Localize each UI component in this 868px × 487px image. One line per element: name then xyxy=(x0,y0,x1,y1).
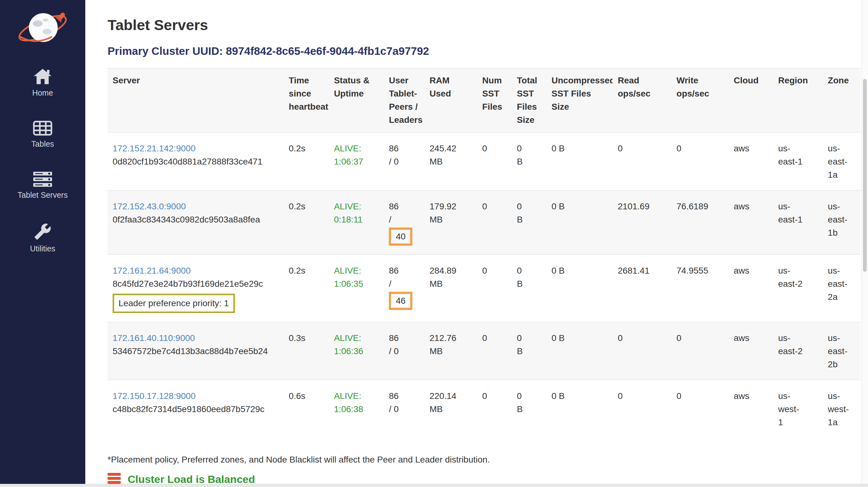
window-bottom-edge xyxy=(0,484,868,487)
status-uptime: 1:06:35 xyxy=(334,277,379,291)
cell-read-ops: 0 xyxy=(613,380,671,438)
cell-write-ops: 0 xyxy=(671,322,728,380)
peers-count: 86 xyxy=(389,264,420,277)
cell-uncompressed-sst-files-size: 0 B xyxy=(547,255,613,322)
cell-time-since-heartbeat: 0.2s xyxy=(284,133,329,191)
cell-region: us-west-1 xyxy=(773,380,823,438)
cell-ram-used: 284.89 MB xyxy=(425,255,477,322)
cell-total-sst-files-size: 0 B xyxy=(512,133,546,191)
cell-write-ops: 76.6189 xyxy=(671,191,728,255)
app-window: Home Tables xyxy=(0,0,868,487)
cluster-load-section: Cluster Load is Balanced xyxy=(107,473,868,485)
cell-total-sst-files-size: 0 B xyxy=(512,255,546,322)
column-header-status-uptime: Status & Uptime xyxy=(329,68,384,133)
cell-ram-used: 179.92 MB xyxy=(425,191,477,255)
cell-status-uptime: ALIVE:1:06:38 xyxy=(329,380,384,438)
cell-zone: us-west-1a xyxy=(823,380,861,438)
cell-num-sst-files: 0 xyxy=(477,322,512,380)
status-alive: ALIVE: xyxy=(334,390,379,403)
cell-write-ops: 0 xyxy=(671,380,728,438)
servers-icon xyxy=(107,473,121,485)
cell-server: 172.161.40.110:900053467572be7c4d13b3ac8… xyxy=(107,322,284,380)
column-header-uncompressed-sst-files-size: Uncompressed SST Files Size xyxy=(547,68,613,133)
cell-read-ops: 0 xyxy=(613,133,671,191)
table-body: 172.152.21.142:90000d820cf1b93c40d881a27… xyxy=(107,133,861,438)
cell-write-ops: 0 xyxy=(671,133,728,191)
server-link[interactable]: 172.161.40.110:9000 xyxy=(113,331,195,345)
cell-uncompressed-sst-files-size: 0 B xyxy=(547,322,613,380)
sidebar-item-label: Utilities xyxy=(0,244,85,253)
cell-status-uptime: ALIVE:0:18:11 xyxy=(329,191,384,255)
home-icon xyxy=(0,68,85,85)
scrollbar-thumb[interactable] xyxy=(863,79,867,272)
server-link[interactable]: 172.161.21.64:9000 xyxy=(113,264,191,277)
leaders-slash: / 0 xyxy=(389,345,420,358)
table-row: 172.150.17.128:9000c48bc82fc7314d5e91860… xyxy=(107,380,861,438)
peers-count: 86 xyxy=(389,200,420,213)
sidebar: Home Tables xyxy=(0,0,85,487)
status-uptime: 1:06:38 xyxy=(334,403,379,416)
cell-status-uptime: ALIVE:1:06:36 xyxy=(329,322,384,380)
cell-server: 172.161.21.64:90008c45fd27e3e24b7b93f169… xyxy=(107,255,284,322)
cluster-load-heading: Cluster Load is Balanced xyxy=(128,473,255,485)
column-header-cloud: Cloud xyxy=(729,68,773,133)
yugabyte-logo[interactable] xyxy=(14,9,71,47)
cell-time-since-heartbeat: 0.6s xyxy=(284,380,329,438)
cell-cloud: aws xyxy=(729,255,773,322)
page-title: Tablet Servers xyxy=(107,16,868,34)
cell-zone: us-east-2b xyxy=(823,322,861,380)
table-row: 172.152.43.0:90000f2faa3c834343c0982dc95… xyxy=(107,191,861,255)
cell-num-sst-files: 0 xyxy=(477,255,512,322)
cell-region: us-east-1 xyxy=(773,191,823,255)
sidebar-item-home[interactable]: Home xyxy=(0,68,85,97)
cell-time-since-heartbeat: 0.2s xyxy=(284,191,329,255)
cell-status-uptime: ALIVE:1:06:35 xyxy=(329,255,384,322)
server-link[interactable]: 172.152.43.0:9000 xyxy=(113,200,186,213)
cell-tablet-peers-leaders: 86/ 0 xyxy=(384,133,425,191)
cell-zone: us-east-1a xyxy=(823,133,861,191)
tablet-servers-table: ServerTime since heartbeatStatus & Uptim… xyxy=(107,68,861,438)
tables-icon xyxy=(0,121,85,136)
cell-num-sst-files: 0 xyxy=(477,133,512,191)
cell-region: us-east-2 xyxy=(773,322,823,380)
cell-uncompressed-sst-files-size: 0 B xyxy=(547,133,613,191)
sidebar-item-label: Tablet Servers xyxy=(0,191,85,200)
cell-server: 172.152.43.0:90000f2faa3c834343c0982dc95… xyxy=(107,191,284,255)
cell-region: us-east-1 xyxy=(773,133,823,191)
column-header-ram-used: RAM Used xyxy=(425,68,477,133)
cell-tablet-peers-leaders: 86/ 0 xyxy=(384,322,425,380)
tablet-servers-icon xyxy=(0,172,85,187)
column-header-zone: Zone xyxy=(823,68,861,133)
leaders-slash: / 0 xyxy=(389,155,420,168)
cell-server: 172.150.17.128:9000c48bc82fc7314d5e91860… xyxy=(107,380,284,438)
cell-zone: us-east-2a xyxy=(823,255,861,322)
cell-read-ops: 0 xyxy=(613,322,671,380)
column-header-read-ops-sec: Read ops/sec xyxy=(613,68,671,133)
table-row: 172.161.21.64:90008c45fd27e3e24b7b93f169… xyxy=(107,255,861,322)
status-alive: ALIVE: xyxy=(334,200,379,213)
sidebar-item-tables[interactable]: Tables xyxy=(0,121,85,149)
column-header-region: Region xyxy=(773,68,823,133)
server-uuid: 8c45fd27e3e24b7b93f169de21e5e29c xyxy=(113,277,279,291)
cell-ram-used: 220.14 MB xyxy=(425,380,477,438)
table-row: 172.161.40.110:900053467572be7c4d13b3ac8… xyxy=(107,322,861,380)
cell-zone: us-east-1b xyxy=(823,191,861,255)
sidebar-item-label: Tables xyxy=(0,139,85,149)
leaders-slash: / 0 xyxy=(389,403,420,416)
cell-total-sst-files-size: 0 B xyxy=(512,191,546,255)
cell-tablet-peers-leaders: 86/46 xyxy=(384,255,425,322)
cell-time-since-heartbeat: 0.2s xyxy=(284,255,329,322)
status-uptime: 1:06:37 xyxy=(334,155,379,168)
sidebar-item-utilities[interactable]: Utilities xyxy=(0,223,85,253)
sidebar-item-tablet-servers[interactable]: Tablet Servers xyxy=(0,172,85,200)
status-alive: ALIVE: xyxy=(334,331,379,345)
table-header-row: ServerTime since heartbeatStatus & Uptim… xyxy=(107,68,861,133)
cell-uncompressed-sst-files-size: 0 B xyxy=(547,380,613,438)
cell-total-sst-files-size: 0 B xyxy=(512,322,546,380)
server-link[interactable]: 172.152.21.142:9000 xyxy=(113,142,196,155)
cell-uncompressed-sst-files-size: 0 B xyxy=(547,191,613,255)
primary-cluster-uuid-heading: Primary Cluster UUID: 8974f842-8c65-4e6f… xyxy=(107,45,868,57)
peers-count: 86 xyxy=(389,142,420,155)
server-link[interactable]: 172.150.17.128:9000 xyxy=(113,390,196,403)
server-uuid: c48bc82fc7314d5e91860eed87b5729c xyxy=(113,403,279,416)
